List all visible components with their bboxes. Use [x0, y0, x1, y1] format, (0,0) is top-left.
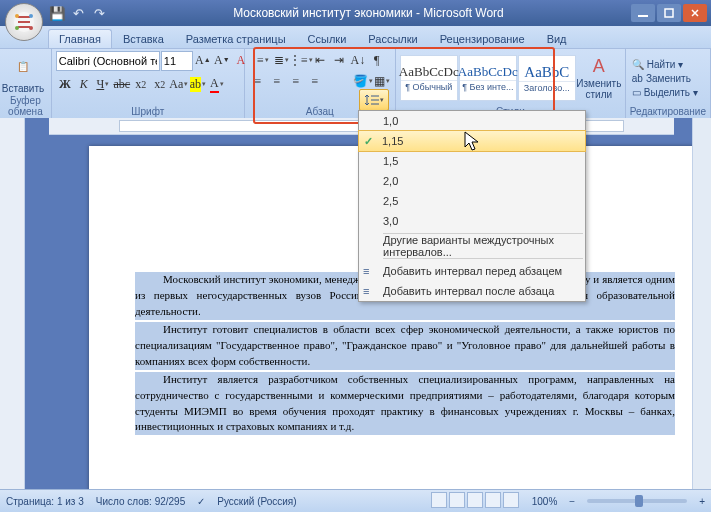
zoom-out-button[interactable]: −	[569, 496, 575, 507]
window-title: Московский институт экономики - Microsof…	[108, 6, 629, 20]
change-styles-icon: A	[593, 56, 605, 77]
borders-button[interactable]: ▦▾	[373, 72, 391, 90]
minimize-button[interactable]	[631, 4, 655, 22]
view-full-screen[interactable]	[449, 492, 465, 508]
align-left-button[interactable]: ≡	[249, 72, 267, 90]
undo-icon[interactable]: ↶	[69, 4, 87, 22]
paragraph-3[interactable]: Институт является разработчиком собствен…	[135, 372, 675, 436]
svg-rect-5	[638, 15, 648, 17]
grow-font-icon[interactable]: A▲	[194, 51, 212, 69]
highlight-button[interactable]: ab▾	[189, 75, 207, 93]
strike-button[interactable]: abc	[113, 75, 131, 93]
svg-point-4	[29, 26, 33, 30]
menu-separator	[383, 258, 583, 259]
tab-references[interactable]: Ссылки	[297, 29, 358, 48]
workspace: Московский институт экономики, менеджмен…	[0, 118, 711, 490]
paste-icon: 📋	[10, 52, 36, 82]
font-family-select[interactable]	[56, 51, 160, 71]
shading-button[interactable]: 🪣▾	[354, 72, 372, 90]
superscript-button[interactable]: x2	[151, 75, 169, 93]
spacing-option-1-0[interactable]: 1,0	[359, 111, 585, 131]
indent-inc-button[interactable]: ⇥	[330, 51, 348, 69]
tab-view[interactable]: Вид	[536, 29, 578, 48]
maximize-button[interactable]	[657, 4, 681, 22]
spacing-option-3-0[interactable]: 3,0	[359, 211, 585, 231]
change-styles-button[interactable]: A Изменить стили	[577, 56, 621, 100]
svg-point-1	[15, 14, 19, 18]
status-language[interactable]: Русский (Россия)	[217, 496, 296, 507]
close-button[interactable]	[683, 4, 707, 22]
paragraph-2[interactable]: Институт готовит специалистов в области …	[135, 322, 675, 370]
title-bar: 💾 ↶ ↷ Московский институт экономики - Mi…	[0, 0, 711, 26]
align-right-button[interactable]: ≡	[287, 72, 305, 90]
style-normal[interactable]: AaBbCcDc ¶ Обычный	[400, 55, 458, 101]
paste-button[interactable]: 📋 Вставить	[4, 52, 42, 94]
tab-review[interactable]: Рецензирование	[429, 29, 536, 48]
view-draft[interactable]	[503, 492, 519, 508]
status-bar: Страница: 1 из 3 Число слов: 92/295 ✓ Ру…	[0, 489, 711, 512]
align-center-button[interactable]: ≡	[268, 72, 286, 90]
tab-insert[interactable]: Вставка	[112, 29, 175, 48]
justify-button[interactable]: ≡	[306, 72, 324, 90]
spacing-option-2-0[interactable]: 2,0	[359, 171, 585, 191]
tab-layout[interactable]: Разметка страницы	[175, 29, 297, 48]
change-case-button[interactable]: Aa▾	[170, 75, 188, 93]
svg-point-3	[15, 26, 19, 30]
show-marks-button[interactable]: ¶	[368, 51, 386, 69]
style-heading[interactable]: AaBbC Заголово...	[518, 55, 576, 101]
redo-icon[interactable]: ↷	[90, 4, 108, 22]
shrink-font-icon[interactable]: A▼	[213, 51, 231, 69]
select-icon: ▭	[632, 87, 641, 98]
status-proofing-icon[interactable]: ✓	[197, 496, 205, 507]
group-clipboard-label: Буфер обмена	[4, 94, 47, 118]
replace-icon: ab	[632, 73, 643, 84]
replace-button[interactable]: abЗаменить	[630, 72, 700, 85]
group-font: A▲ A▼ A Ж К Ч▾ abc x2 x2 Aa▾ ab▾ A▾ Шриф…	[52, 49, 245, 119]
office-button[interactable]	[5, 3, 43, 41]
italic-button[interactable]: К	[75, 75, 93, 93]
svg-rect-6	[665, 9, 673, 17]
zoom-in-button[interactable]: +	[699, 496, 705, 507]
subscript-button[interactable]: x2	[132, 75, 150, 93]
status-words[interactable]: Число слов: 92/295	[96, 496, 186, 507]
space-after-icon: ≡	[363, 285, 377, 297]
vertical-ruler[interactable]	[0, 118, 25, 490]
ribbon: 📋 Вставить Буфер обмена A▲ A▼ A Ж К Ч▾ a…	[0, 49, 711, 120]
status-page[interactable]: Страница: 1 из 3	[6, 496, 84, 507]
check-icon: ✓	[364, 135, 373, 148]
group-clipboard: 📋 Вставить Буфер обмена	[0, 49, 52, 119]
spacing-more-options[interactable]: Другие варианты междустрочных интервалов…	[359, 236, 585, 256]
indent-dec-button[interactable]: ⇤	[311, 51, 329, 69]
add-space-after[interactable]: ≡Добавить интервал после абзаца	[359, 281, 585, 301]
spacing-option-2-5[interactable]: 2,5	[359, 191, 585, 211]
add-space-before[interactable]: ≡Добавить интервал перед абзацем	[359, 261, 585, 281]
group-font-label: Шрифт	[56, 105, 240, 118]
zoom-slider[interactable]	[587, 499, 687, 503]
group-editing-label: Редактирование	[630, 105, 706, 118]
spacing-option-1-15[interactable]: ✓1,15	[358, 130, 586, 152]
bold-button[interactable]: Ж	[56, 75, 74, 93]
font-color-button[interactable]: A▾	[208, 75, 226, 93]
select-button[interactable]: ▭Выделить ▾	[630, 86, 700, 99]
line-spacing-icon	[364, 93, 380, 107]
save-icon[interactable]: 💾	[48, 4, 66, 22]
multilevel-button[interactable]: ⋮≡▾	[292, 51, 310, 69]
view-web[interactable]	[467, 492, 483, 508]
view-outline[interactable]	[485, 492, 501, 508]
font-size-select[interactable]	[161, 51, 193, 71]
zoom-level[interactable]: 100%	[532, 496, 558, 507]
find-icon: 🔍	[632, 59, 644, 70]
group-editing: 🔍Найти ▾ abЗаменить ▭Выделить ▾ Редактир…	[626, 49, 711, 119]
view-print-layout[interactable]	[431, 492, 447, 508]
style-no-spacing[interactable]: AaBbCcDc ¶ Без инте...	[459, 55, 517, 101]
tab-home[interactable]: Главная	[48, 29, 112, 48]
bullets-button[interactable]: ≡▾	[254, 51, 272, 69]
vertical-scrollbar[interactable]	[692, 118, 711, 490]
line-spacing-menu: 1,0 ✓1,15 1,5 2,0 2,5 3,0 Другие вариант…	[358, 110, 586, 302]
sort-button[interactable]: A↓	[349, 51, 367, 69]
spacing-option-1-5[interactable]: 1,5	[359, 151, 585, 171]
line-spacing-button[interactable]: ▾	[359, 89, 389, 111]
underline-button[interactable]: Ч▾	[94, 75, 112, 93]
find-button[interactable]: 🔍Найти ▾	[630, 58, 700, 71]
tab-mailings[interactable]: Рассылки	[357, 29, 428, 48]
